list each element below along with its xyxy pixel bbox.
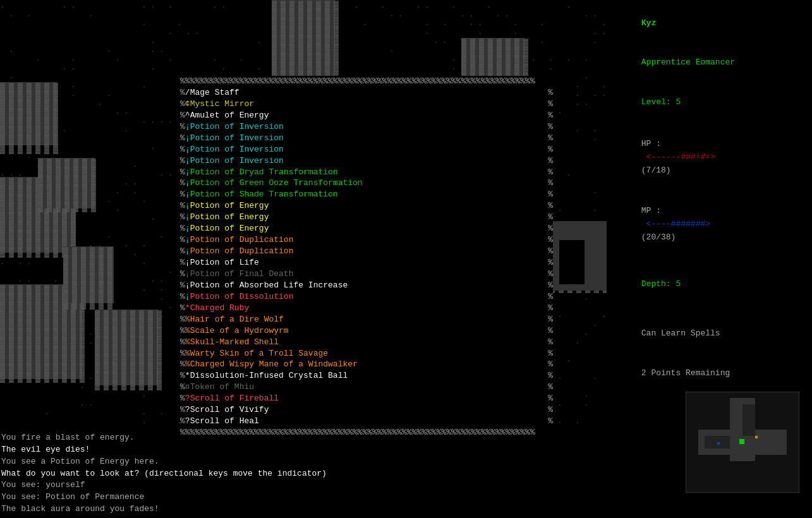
inv-item-row: % ¡ Potion of Shade Transformation %: [180, 189, 553, 200]
inv-border-top: %%%%%%%%%%%%%%%%%%%%%%%%%%%%%%%%%%%%%%%%…: [180, 76, 553, 87]
item-symbol: ?: [185, 404, 190, 416]
hp-row: HP : <------###♯#♯> (7/18): [612, 124, 807, 190]
inv-item-row: % ? Scroll of Fireball %: [180, 393, 553, 404]
item-symbol: ¡: [185, 189, 190, 200]
item-symbol: ¡: [185, 291, 190, 303]
inv-item-row: % ¡ Potion of Inversion %: [180, 144, 553, 155]
item-symbol: ¡: [185, 257, 190, 268]
log-line: The evil eye dies!: [1, 444, 605, 456]
log-area: You fire a blast of energy.The evil eye …: [0, 430, 607, 518]
inventory-panel: %%%%%%%%%%%%%%%%%%%%%%%%%%%%%%%%%%%%%%%%…: [180, 76, 553, 438]
learn-row-2: 2 Points Remaining: [612, 354, 807, 393]
item-symbol: %: [185, 359, 190, 370]
log-line: The black aura around you fades!: [1, 503, 605, 515]
item-name: Scroll of Heal: [190, 416, 259, 427]
item-symbol: ¡: [185, 133, 190, 144]
item-symbol: ¡: [185, 144, 190, 155]
item-symbol: ¡: [185, 280, 190, 291]
map-area: %%%%%%%%%%%%%%%%%%%%%%%%%%%%%%%%%%%%%%%%…: [0, 0, 607, 518]
item-name: Scale of a Hydrowyrm: [190, 325, 289, 337]
game-area: %%%%%%%%%%%%%%%%%%%%%%%%%%%%%%%%%%%%%%%%…: [0, 0, 812, 518]
inv-item-row: % ¤ Token of Mhiu %: [180, 382, 553, 393]
inv-item-row: % ¢ Mystic Mirror %: [180, 99, 553, 110]
item-name: Potion of Duplication: [190, 246, 294, 257]
item-name: Mystic Mirror: [190, 99, 254, 110]
inv-item-row: % ¡ Potion of Dryad Transformation %: [180, 167, 553, 178]
item-symbol: ¡: [185, 200, 190, 212]
item-name: Potion of Green Ooze Transformation: [190, 178, 363, 189]
item-name: Dissolution-Infused Crystal Ball: [190, 370, 348, 382]
inv-item-row: % ¡ Potion of Final Death %: [180, 268, 553, 280]
char-class: Apprentice Eomancer: [612, 43, 807, 82]
item-symbol: *: [185, 303, 190, 314]
inv-item-row: % ¡ Potion of Inversion %: [180, 155, 553, 167]
item-symbol: ¡: [185, 223, 190, 234]
inv-item-row: % ¡ Potion of Green Ooze Transformation …: [180, 178, 553, 189]
item-name: Potion of Dryad Transformation: [190, 167, 338, 178]
item-name: Token of Mhiu: [190, 382, 254, 393]
log-line: You see: Potion of Permanence: [1, 491, 605, 503]
inv-item-row: % % Hair of a Dire Wolf %: [180, 314, 553, 325]
inv-item-row: % % Skull-Marked Shell %: [180, 337, 553, 348]
mp-row: MP : <----#######> (20/38): [612, 191, 807, 257]
item-name: Potion of Duplication: [190, 234, 294, 246]
item-symbol: ¢: [185, 99, 190, 110]
item-name: Potion of Inversion: [190, 133, 284, 144]
inv-item-row: % ? Scroll of Heal %: [180, 416, 553, 427]
item-name: Mage Staff: [190, 87, 239, 99]
item-symbol: ¡: [185, 268, 190, 280]
item-name: Potion of Final Death: [190, 268, 294, 280]
inv-item-row: % ? Scroll of Vivify %: [180, 404, 553, 416]
char-level: Level: 5: [612, 83, 807, 122]
inv-item-row: % ¡ Potion of Life %: [180, 257, 553, 268]
item-name: Potion of Absorbed Life Increase: [190, 280, 348, 291]
item-symbol: %: [185, 337, 190, 348]
inv-item-row: % * Dissolution-Infused Crystal Ball %: [180, 370, 553, 382]
item-name: Potion of Energy: [190, 200, 269, 212]
inv-item-row: % / Mage Staff %: [180, 87, 553, 99]
item-symbol: %: [185, 314, 190, 325]
inv-item-row: % ¡ Potion of Duplication %: [180, 246, 553, 257]
item-symbol: ¤: [185, 382, 190, 393]
item-name: Hair of a Dire Wolf: [190, 314, 284, 325]
item-symbol: ¡: [185, 234, 190, 246]
item-name: Potion of Energy: [190, 212, 269, 223]
inv-item-row: % * Charged Ruby %: [180, 303, 553, 314]
item-symbol: ¡: [185, 212, 190, 223]
item-symbol: ¡: [185, 246, 190, 257]
inv-item-row: % ¡ Potion of Energy %: [180, 200, 553, 212]
item-symbol: ¡: [185, 167, 190, 178]
log-line: You see: yourself: [1, 479, 605, 491]
item-symbol: ¡: [185, 178, 190, 189]
item-name: Scroll of Vivify: [190, 404, 269, 416]
item-symbol: /: [185, 87, 190, 99]
item-name: Potion of Shade Transformation: [190, 189, 338, 200]
inv-item-row: % % Charged Wispy Mane of a Windwalker %: [180, 359, 553, 370]
item-symbol: *: [185, 370, 190, 382]
item-name: Potion of Inversion: [190, 121, 284, 133]
inv-item-row: % % Scale of a Hydrowyrm %: [180, 325, 553, 337]
inv-item-row: % ¡ Potion of Energy %: [180, 223, 553, 234]
inv-item-row: % ¡ Potion of Dissolution %: [180, 291, 553, 303]
sidebar: Kyz Apprentice Eomancer Level: 5 HP : <-…: [607, 0, 812, 518]
item-symbol: %: [185, 348, 190, 359]
item-name: Scroll of Fireball: [190, 393, 279, 404]
inv-item-row: % ¡ Potion of Absorbed Life Increase %: [180, 280, 553, 291]
item-symbol: ¡: [185, 121, 190, 133]
log-line: You see a Potion of Energy here.: [1, 456, 605, 468]
log-line: What do you want to look at? (directiona…: [1, 468, 605, 480]
item-name: Skull-Marked Shell: [190, 337, 279, 348]
item-symbol: ^: [185, 110, 190, 121]
char-name: Kyz: [612, 4, 807, 43]
item-name: Potion of Energy: [190, 223, 269, 234]
item-name: Charged Wispy Mane of a Windwalker: [190, 359, 358, 370]
inv-item-row: % ¡ Potion of Energy %: [180, 212, 553, 223]
inv-border-bottom: %%%%%%%%%%%%%%%%%%%%%%%%%%%%%%%%%%%%%%%%…: [180, 427, 553, 438]
inv-item-row: % % Warty Skin of a Troll Savage %: [180, 348, 553, 359]
item-name: Potion of Inversion: [190, 155, 284, 167]
item-name: Amulet of Energy: [190, 110, 269, 121]
item-name: Charged Ruby: [190, 303, 250, 314]
learn-row-1: Can Learn Spells: [612, 315, 807, 354]
minimap: [686, 392, 812, 505]
inv-item-row: % ¡ Potion of Inversion %: [180, 121, 553, 133]
